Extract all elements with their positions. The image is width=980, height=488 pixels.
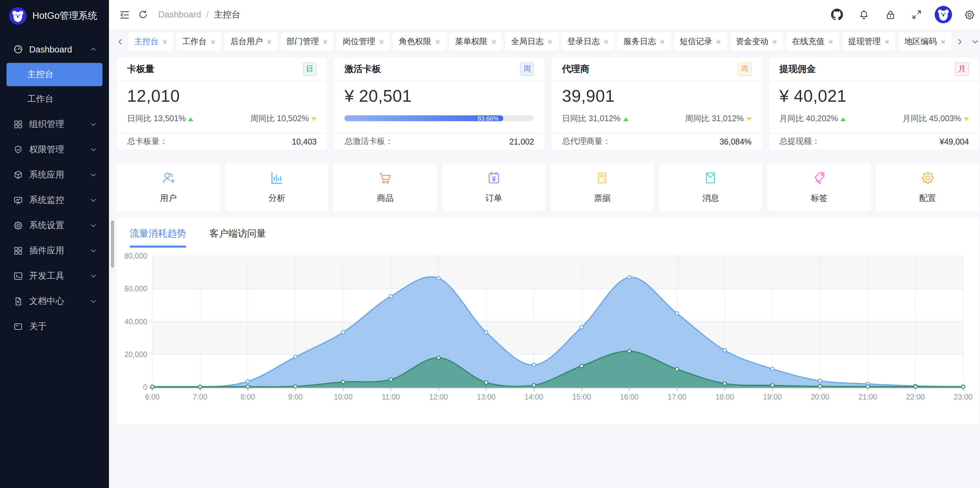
sidebar-item-label: 插件应用 <box>29 245 89 257</box>
tab-菜单权限[interactable]: 菜单权限× <box>449 32 502 51</box>
shortcut-票据[interactable]: 票据 <box>550 163 654 211</box>
sidebar-item-label: 文档中心 <box>29 296 89 307</box>
sidebar-item-组织管理[interactable]: 组织管理 <box>6 112 102 137</box>
svg-text:21:00: 21:00 <box>858 393 877 401</box>
stat-card-激活卡板: 激活卡板周¥ 20,50183.66%总激活卡板：21,002 <box>334 58 544 150</box>
logo[interactable]: HotGo管理系统 <box>0 0 109 31</box>
refresh-button[interactable] <box>134 5 152 24</box>
sidebar-subitem-工作台[interactable]: 工作台 <box>6 87 102 111</box>
chevron-down-icon <box>89 146 97 154</box>
header: Dashboard / 主控台 <box>109 0 980 29</box>
tab-岗位管理[interactable]: 岗位管理× <box>337 32 390 51</box>
trend-up-icon <box>623 117 628 121</box>
tab-服务日志[interactable]: 服务日志× <box>618 32 671 51</box>
breadcrumb-root[interactable]: Dashboard <box>158 10 201 19</box>
user-avatar[interactable] <box>935 6 952 23</box>
shortcut-用户[interactable]: 用户 <box>117 163 220 211</box>
tab-登录日志[interactable]: 登录日志× <box>562 32 614 51</box>
sidebar-item-插件应用[interactable]: 插件应用 <box>6 239 102 263</box>
sidebar-collapse-button[interactable] <box>115 5 134 24</box>
tab-close-icon[interactable]: × <box>379 37 384 46</box>
settings-gear-icon[interactable] <box>961 5 979 24</box>
tab-close-icon[interactable]: × <box>660 37 665 46</box>
chevron-down-icon <box>89 196 97 204</box>
tab-主控台[interactable]: 主控台× <box>129 32 173 51</box>
tab-提现管理[interactable]: 提现管理× <box>842 32 895 51</box>
tab-close-icon[interactable]: × <box>604 37 609 46</box>
shortcut-标签[interactable]: 标签 <box>768 163 871 211</box>
stat-cards-row: 卡板量日12,010日同比 13,501%周同比 10,502%总卡板量：10,… <box>117 58 979 150</box>
tab-后台用户[interactable]: 后台用户× <box>224 32 277 51</box>
sidebar-item-系统监控[interactable]: 系统监控 <box>6 188 102 212</box>
tab-close-icon[interactable]: × <box>162 37 167 46</box>
chevron-down-icon <box>89 272 97 280</box>
trend-up-icon <box>840 117 846 121</box>
koala-logo-icon <box>9 7 27 24</box>
progress-bar: 83.66% <box>344 116 534 121</box>
tab-close-icon[interactable]: × <box>491 37 496 46</box>
tab-close-icon[interactable]: × <box>267 37 271 46</box>
tab-close-icon[interactable]: × <box>716 37 721 46</box>
tab-label: 资金变动 <box>736 36 768 47</box>
sidebar-item-label: 关于 <box>29 321 89 333</box>
sidebar-item-关于[interactable]: 关于 <box>6 314 102 339</box>
tab-短信记录[interactable]: 短信记录× <box>674 32 727 51</box>
tab-在线充值[interactable]: 在线充值× <box>786 32 839 51</box>
invoice-icon <box>595 170 610 188</box>
github-icon[interactable] <box>828 5 846 24</box>
tab-全局日志[interactable]: 全局日志× <box>505 32 558 51</box>
sidebar-item-文档中心[interactable]: 文档中心 <box>6 289 102 314</box>
tabs-scroll-left-icon[interactable] <box>114 32 126 51</box>
tab-close-icon[interactable]: × <box>210 37 215 46</box>
lock-screen-icon[interactable] <box>881 5 900 24</box>
tab-close-icon[interactable]: × <box>547 37 552 46</box>
tabs-menu-chevron-down-icon[interactable] <box>970 32 980 51</box>
shortcut-label: 票据 <box>594 192 611 204</box>
sidebar-item-权限管理[interactable]: 权限管理 <box>6 137 102 162</box>
chevron-down-icon <box>89 298 97 305</box>
tab-close-icon[interactable]: × <box>323 37 328 46</box>
tabs-scroll-right-icon[interactable] <box>954 32 966 51</box>
chevron-down-icon <box>89 120 97 128</box>
chart-card: 流量消耗趋势客户端访问量 6:007:008:009:0010:0011:001… <box>117 218 979 425</box>
tab-工作台[interactable]: 工作台× <box>177 32 221 51</box>
tab-close-icon[interactable]: × <box>941 37 946 46</box>
tab-label: 在线充值 <box>792 36 824 47</box>
tab-地区编码[interactable]: 地区编码× <box>899 32 951 51</box>
sidebar-item-系统设置[interactable]: 系统设置 <box>6 213 102 238</box>
plugin-grid-icon <box>13 246 23 256</box>
breadcrumb-separator: / <box>206 10 209 19</box>
tab-close-icon[interactable]: × <box>772 37 777 46</box>
sidebar-item-label: Dashboard <box>29 44 89 54</box>
sidebar-item-系统应用[interactable]: 系统应用 <box>6 163 102 187</box>
content-scrollbar-thumb[interactable] <box>111 220 114 268</box>
chart-tab-客户端访问量[interactable]: 客户端访问量 <box>210 228 266 247</box>
chart-tab-流量消耗趋势[interactable]: 流量消耗趋势 <box>130 228 186 247</box>
notifications-bell-icon[interactable] <box>855 5 873 24</box>
sidebar-item-开发工具[interactable]: 开发工具 <box>6 264 102 288</box>
shortcut-订单[interactable]: 订单 <box>442 163 546 211</box>
chevron-down-icon <box>89 247 97 255</box>
tag-icon <box>812 170 827 188</box>
shortcut-商品[interactable]: 商品 <box>334 163 437 211</box>
sidebar-item-Dashboard[interactable]: Dashboard <box>6 37 102 62</box>
tab-close-icon[interactable]: × <box>435 37 440 46</box>
sidebar-subitem-主控台[interactable]: 主控台 <box>6 63 102 86</box>
shortcut-配置[interactable]: 配置 <box>876 163 979 211</box>
svg-text:20:00: 20:00 <box>811 393 829 401</box>
tab-资金变动[interactable]: 资金变动× <box>730 32 783 51</box>
shortcut-消息[interactable]: 消息 <box>659 163 762 211</box>
shortcut-分析[interactable]: 分析 <box>225 163 328 211</box>
period-badge: 月 <box>955 62 969 76</box>
tab-部门管理[interactable]: 部门管理× <box>281 32 334 51</box>
tab-close-icon[interactable]: × <box>885 37 889 46</box>
tab-bar-actions <box>954 32 980 51</box>
tab-角色权限[interactable]: 角色权限× <box>393 32 446 51</box>
fullscreen-icon[interactable] <box>908 5 926 24</box>
chart-tabs: 流量消耗趋势客户端访问量 <box>117 218 979 247</box>
sidebar-item-label: 系统监控 <box>29 195 89 206</box>
svg-text:80,000: 80,000 <box>124 252 147 260</box>
stat-compare-left: 日同比 31,012% <box>562 113 628 124</box>
shortcut-label: 配置 <box>920 192 936 204</box>
tab-close-icon[interactable]: × <box>828 37 833 46</box>
